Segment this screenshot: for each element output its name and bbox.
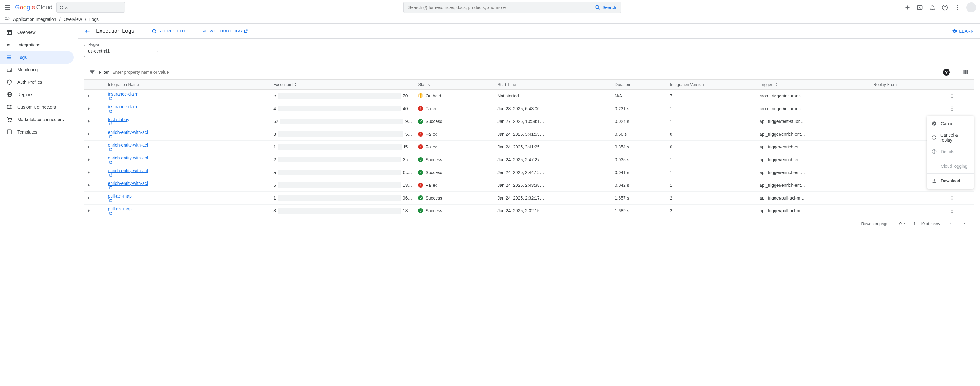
expand-row-icon[interactable] <box>87 119 91 123</box>
menu-cancel[interactable]: Cancel <box>927 118 974 130</box>
status-label: Success <box>426 208 442 213</box>
columns-icon[interactable] <box>963 69 969 75</box>
col-start-time[interactable]: Start Time <box>494 80 612 90</box>
integration-link[interactable]: enrich-entity-with-acl <box>108 181 148 186</box>
sidebar-item-templates[interactable]: Templates <box>0 126 78 138</box>
integration-link[interactable]: enrich-entity-with-acl <box>108 168 148 173</box>
start-time: Jan 28, 2025, 6:43:00… <box>494 102 612 115</box>
search-button[interactable]: Search <box>590 2 621 13</box>
integration-link[interactable]: enrich-entity-with-acl <box>108 155 148 160</box>
start-time: Not started <box>494 90 612 102</box>
page-title: Execution Logs <box>96 28 134 34</box>
external-link-icon <box>109 186 113 189</box>
sidebar-item-overview[interactable]: Overview <box>0 26 78 39</box>
table-row: pull-acl-map 106… ✓Success Jan 24, 2025,… <box>84 192 974 205</box>
view-cloud-logs-button[interactable]: View Cloud Logs <box>203 29 248 33</box>
sidebar-item-logs[interactable]: Logs <box>0 51 74 64</box>
execution-id-cell: 818… <box>273 208 412 214</box>
menu-cancel-replay[interactable]: Cancel & replay <box>927 130 974 146</box>
overview-icon <box>6 29 13 35</box>
expand-row-icon[interactable] <box>87 94 91 98</box>
table-row: insurance-claim e70… ❚❚On hold Not start… <box>84 90 974 102</box>
avatar[interactable] <box>966 3 976 13</box>
status-cell: !Failed <box>418 132 491 137</box>
duration: 0.035 s <box>612 154 667 166</box>
svg-point-10 <box>7 44 9 46</box>
search-input[interactable] <box>404 5 590 10</box>
external-link-icon <box>109 148 113 151</box>
col-integration-name[interactable]: Integration Name <box>105 80 270 90</box>
project-selector[interactable]: s <box>56 2 125 13</box>
next-page-icon[interactable] <box>961 221 967 227</box>
row-menu-icon[interactable] <box>949 93 955 98</box>
sidebar-item-integrations[interactable]: Integrations <box>0 39 78 51</box>
region-value: us-central1 <box>88 49 110 54</box>
rows-per-page-select[interactable]: 10 <box>897 221 906 226</box>
row-menu-icon[interactable] <box>949 195 955 201</box>
gemini-icon[interactable] <box>904 4 911 11</box>
expand-row-icon[interactable] <box>87 107 91 111</box>
col-integration-version[interactable]: Integration Version <box>667 80 756 90</box>
prev-page-icon[interactable] <box>948 221 954 227</box>
integration-link[interactable]: pull-acl-map <box>108 207 131 211</box>
trigger-id: api_trigger/enrich-ent… <box>756 128 870 141</box>
expand-row-icon[interactable] <box>87 132 91 136</box>
expand-row-icon[interactable] <box>87 158 91 162</box>
external-link-icon <box>109 173 113 177</box>
region-select[interactable]: us-central1 <box>84 45 163 57</box>
sidebar-item-monitoring[interactable]: Monitoring <box>0 64 78 76</box>
sidebar-item-marketplace-connectors[interactable]: Marketplace connectors <box>0 113 78 126</box>
execution-id-cell: 106… <box>273 195 412 201</box>
expand-row-icon[interactable] <box>87 183 91 187</box>
help-icon[interactable] <box>942 4 948 11</box>
svg-point-19 <box>8 121 9 122</box>
expand-row-icon[interactable] <box>87 171 91 174</box>
sidebar-item-regions[interactable]: Regions <box>0 88 78 101</box>
integration-version: 2 <box>667 192 756 205</box>
notifications-icon[interactable] <box>929 4 936 11</box>
back-arrow-icon[interactable] <box>84 28 91 35</box>
col-execution-id[interactable]: Execution ID <box>270 80 415 90</box>
row-menu-icon[interactable] <box>949 106 955 111</box>
gcp-logo[interactable]: Google Cloud <box>15 4 52 11</box>
expand-row-icon[interactable] <box>87 196 91 200</box>
logs-icon <box>6 54 13 60</box>
refresh-logs-button[interactable]: Refresh Logs <box>152 29 191 33</box>
learn-button[interactable]: LEARN <box>952 28 974 34</box>
status-cell: ❚❚On hold <box>418 94 491 98</box>
search-box: Search <box>404 2 621 13</box>
svg-point-5 <box>957 7 958 8</box>
menu-download[interactable]: Download <box>927 175 974 187</box>
integration-link[interactable]: insurance-claim <box>108 92 138 97</box>
integration-link[interactable]: insurance-claim <box>108 104 138 109</box>
col-status[interactable]: Status <box>415 80 494 90</box>
integration-link[interactable]: test-stubby <box>108 117 129 122</box>
menu-icon[interactable] <box>4 4 11 11</box>
more-icon[interactable] <box>954 4 961 11</box>
filter-input[interactable] <box>112 70 939 75</box>
col-duration[interactable]: Duration <box>612 80 667 90</box>
sidebar-item-label: Monitoring <box>18 67 38 72</box>
expand-row-icon[interactable] <box>87 209 91 213</box>
integration-link[interactable]: pull-acl-map <box>108 194 131 199</box>
integration-link[interactable]: enrich-entity-with-acl <box>108 130 148 135</box>
row-menu-icon[interactable] <box>949 208 955 214</box>
breadcrumb-product[interactable]: Application Integration <box>13 17 56 22</box>
integration-link[interactable]: enrich-entity-with-acl <box>108 143 148 148</box>
duration: 0.354 s <box>612 141 667 154</box>
external-link-icon <box>109 135 113 138</box>
breadcrumb-overview[interactable]: Overview <box>64 17 81 22</box>
trigger-id: api_trigger/enrich-ent… <box>756 179 870 192</box>
svg-line-1 <box>598 8 600 10</box>
sidebar-item-custom-connectors[interactable]: Custom Connectors <box>0 101 78 113</box>
region-label: Region <box>87 42 102 47</box>
expand-row-icon[interactable] <box>87 145 91 149</box>
sidebar-item-auth-profiles[interactable]: Auth Profiles <box>0 76 78 88</box>
col-trigger-id[interactable]: Trigger ID <box>756 80 870 90</box>
start-time: Jan 24, 2025, 3:41:25… <box>494 141 612 154</box>
col-replay-from[interactable]: Replay From <box>870 80 947 90</box>
svg-point-4 <box>957 5 958 6</box>
filter-help-icon[interactable]: ? <box>943 69 950 76</box>
breadcrumb-logs[interactable]: Logs <box>89 17 99 22</box>
cloud-shell-icon[interactable] <box>916 4 923 11</box>
